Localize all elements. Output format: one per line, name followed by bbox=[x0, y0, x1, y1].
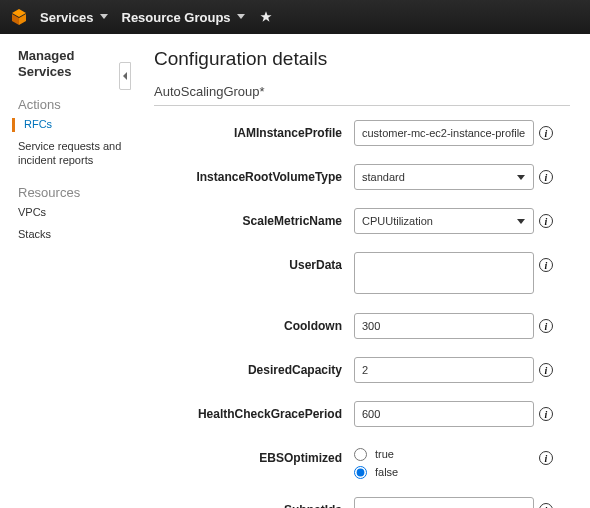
input-health-check-grace-period[interactable] bbox=[354, 401, 534, 427]
favorite-star-icon[interactable] bbox=[259, 10, 273, 24]
select-scale-metric-name[interactable]: CPUUtilization bbox=[354, 208, 534, 234]
sidebar-section-actions: Actions bbox=[18, 97, 124, 112]
info-icon[interactable]: i bbox=[534, 357, 558, 377]
info-icon[interactable]: i bbox=[534, 120, 558, 140]
svg-marker-3 bbox=[100, 14, 108, 19]
top-nav: Services Resource Groups bbox=[0, 0, 590, 34]
label-scale-metric-name: ScaleMetricName bbox=[154, 208, 354, 228]
label-cooldown: Cooldown bbox=[154, 313, 354, 333]
section-header: AutoScalingGroup* bbox=[154, 84, 570, 106]
input-desired-capacity[interactable] bbox=[354, 357, 534, 383]
sidebar-link-rfcs[interactable]: RFCs bbox=[18, 118, 124, 132]
sidebar-link-stacks[interactable]: Stacks bbox=[18, 228, 124, 242]
label-user-data: UserData bbox=[154, 252, 354, 272]
info-icon[interactable]: i bbox=[534, 164, 558, 184]
info-icon[interactable]: i bbox=[534, 401, 558, 421]
info-icon[interactable]: i bbox=[534, 497, 558, 508]
info-icon[interactable]: i bbox=[534, 313, 558, 333]
label-health-check-grace-period: HealthCheckGracePeriod bbox=[154, 401, 354, 421]
label-iam-instance-profile: IAMInstanceProfile bbox=[154, 120, 354, 140]
input-cooldown[interactable] bbox=[354, 313, 534, 339]
sidebar-link-service-requests[interactable]: Service requests and incident reports bbox=[18, 140, 124, 168]
input-iam-instance-profile[interactable] bbox=[354, 120, 534, 146]
label-desired-capacity: DesiredCapacity bbox=[154, 357, 354, 377]
label-ebs-optimized: EBSOptimized bbox=[154, 445, 354, 465]
svg-marker-5 bbox=[123, 72, 127, 80]
info-icon[interactable]: i bbox=[534, 252, 558, 272]
nav-resource-groups-label: Resource Groups bbox=[122, 10, 231, 25]
nav-resource-groups[interactable]: Resource Groups bbox=[122, 10, 245, 25]
sidebar-collapse-button[interactable] bbox=[119, 62, 131, 90]
sidebar-title: Managed Services bbox=[18, 48, 124, 79]
svg-marker-4 bbox=[237, 14, 245, 19]
select-instance-root-volume-type[interactable]: standard bbox=[354, 164, 534, 190]
radio-ebs-optimized-false[interactable]: false bbox=[354, 463, 534, 481]
chevron-left-icon bbox=[122, 72, 128, 80]
radio-ebs-optimized-true[interactable]: true bbox=[354, 445, 534, 463]
info-icon[interactable]: i bbox=[534, 445, 558, 465]
page-title: Configuration details bbox=[154, 48, 570, 70]
info-icon[interactable]: i bbox=[534, 208, 558, 228]
caret-down-icon bbox=[237, 14, 245, 20]
caret-down-icon bbox=[100, 14, 108, 20]
label-instance-root-volume-type: InstanceRootVolumeType bbox=[154, 164, 354, 184]
sidebar-link-vpcs[interactable]: VPCs bbox=[18, 206, 124, 220]
nav-services[interactable]: Services bbox=[40, 10, 108, 25]
textarea-user-data[interactable] bbox=[354, 252, 534, 294]
nav-services-label: Services bbox=[40, 10, 94, 25]
label-subnet-ids: SubnetIds bbox=[154, 497, 354, 508]
sidebar: Managed Services Actions RFCs Service re… bbox=[0, 34, 130, 508]
aws-logo-icon[interactable] bbox=[10, 8, 28, 26]
textarea-subnet-ids[interactable] bbox=[354, 497, 534, 508]
sidebar-section-resources: Resources bbox=[18, 185, 124, 200]
main-content: Configuration details AutoScalingGroup* … bbox=[130, 34, 590, 508]
